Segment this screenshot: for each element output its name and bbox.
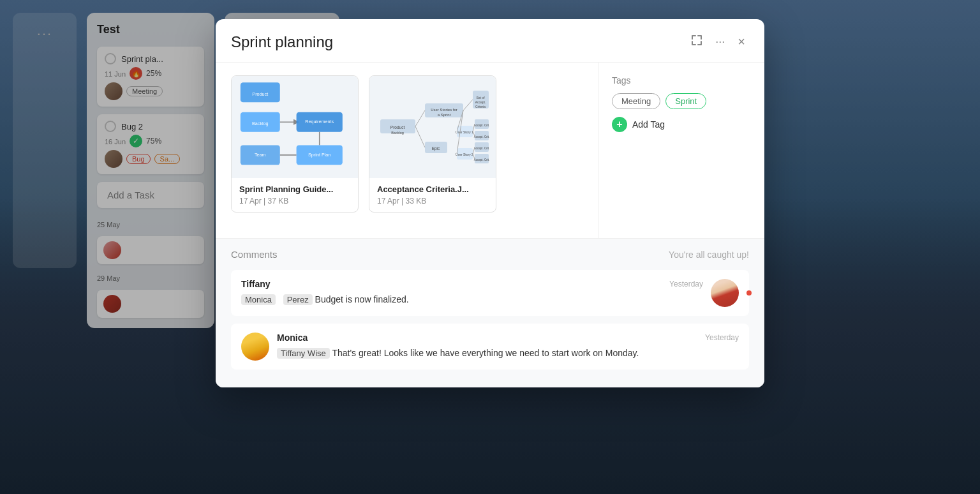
attachment-name-acceptance: Acceptance Criteria.J... [377,184,488,194]
svg-text:Epic: Epic [431,146,440,151]
comment-body-monica: That's great! Looks like we have everyth… [332,348,639,358]
svg-text:Requirements: Requirements [305,119,334,124]
tag-pill-meeting[interactable]: Meeting [612,93,660,109]
svg-text:Sprint Plan: Sprint Plan [308,152,330,158]
attachment-meta-acceptance: 17 Apr | 33 KB [377,197,488,206]
comment-content-tiffany: Tiffany Yesterday Monica Perez Budget is… [241,279,703,307]
mention-tiffany-wise: Tiffany Wise [277,348,330,359]
comment-header-monica: Monica Yesterday [277,333,739,343]
mention-perez: Perez [283,294,313,305]
attachment-preview-sprint: Product Backlog Requirements Spri [232,76,358,178]
comment-monica: Monica Yesterday Tiffany Wise That's gre… [231,324,749,370]
comment-content-monica: Monica Yesterday Tiffany Wise That's gre… [277,333,739,361]
comment-text-monica: Tiffany Wise That's great! Looks like we… [277,347,739,360]
svg-text:Product: Product [252,91,268,97]
svg-text:Accept. Crit.: Accept. Crit. [473,135,489,138]
attachment-acceptance[interactable]: Product Backlog User Stories for a Sprin… [369,75,496,213]
svg-line-39 [463,100,473,110]
close-icon: × [738,34,745,49]
close-button[interactable]: × [734,32,749,52]
task-detail-modal: ··· × [216,19,764,387]
caught-up-text: You're all caught up! [669,250,749,260]
comment-unread-dot [746,290,752,296]
comment-header-tiffany: Tiffany Yesterday [241,279,703,289]
commenter-name-tiffany: Tiffany [241,279,271,289]
attachment-sprint-guide[interactable]: Product Backlog Requirements Spri [231,75,359,213]
svg-text:Product: Product [390,125,405,130]
modal-main-content: Product Backlog Requirements Spri [216,63,598,238]
attachments-grid: Product Backlog Requirements Spri [231,75,583,213]
attachment-info-acceptance: Acceptance Criteria.J... 17 Apr | 33 KB [369,178,496,212]
ellipsis-icon: ··· [715,35,725,48]
svg-text:Criteria: Criteria [475,105,485,109]
add-tag-plus-icon: + [612,117,627,132]
modal-header: ··· × [216,19,764,63]
svg-text:Backlog: Backlog [252,121,269,126]
modal-body: Product Backlog Requirements Spri [216,63,764,238]
svg-text:Accept.: Accept. [475,100,486,104]
svg-text:Backlog: Backlog [391,131,404,135]
tag-pill-sprint[interactable]: Sprint [665,93,706,109]
svg-text:Accept. Crit.: Accept. Crit. [473,147,489,150]
comments-header: Comments You're all caught up! [231,249,749,260]
modal-overlay: ··· × [0,0,980,494]
modal-header-actions: ··· × [687,32,749,52]
add-tag-button[interactable]: + Add Tag [612,117,665,132]
more-options-button[interactable]: ··· [711,33,729,51]
attachment-meta-sprint: 17 Apr | 37 KB [239,197,350,206]
tags-row: Meeting Sprint [612,93,752,109]
svg-text:a Sprint: a Sprint [437,113,450,117]
comment-time-tiffany: Yesterday [669,280,703,288]
svg-text:User Stories for: User Stories for [431,108,457,112]
avatar-tiffany [711,279,739,307]
comment-text-tiffany: Monica Perez Budget is now finalized. [241,293,703,306]
svg-line-38 [415,126,425,147]
svg-text:Accept. Crit.: Accept. Crit. [473,158,489,161]
add-tag-label: Add Tag [632,119,665,130]
comments-section: Comments You're all caught up! Tiffany Y… [216,238,764,387]
attachment-info-sprint: Sprint Planning Guide... 17 Apr | 37 KB [232,178,358,212]
tags-section-label: Tags [612,75,752,86]
comments-title: Comments [231,249,278,260]
commenter-name-monica: Monica [277,333,308,343]
modal-sidebar: Tags Meeting Sprint + Add Tag [598,63,764,238]
svg-text:Accept. Crit.: Accept. Crit. [473,124,489,127]
mention-monica: Monica [241,294,276,305]
svg-line-37 [415,110,425,126]
expand-button[interactable] [687,32,706,52]
attachment-name-sprint: Sprint Planning Guide... [239,184,350,194]
comment-time-monica: Yesterday [705,333,739,342]
svg-text:Team: Team [255,152,266,158]
attachment-preview-acceptance: Product Backlog User Stories for a Sprin… [369,76,496,178]
comment-tiffany: Tiffany Yesterday Monica Perez Budget is… [231,270,749,316]
avatar-monica [241,333,269,361]
svg-text:User Story 1: User Story 1 [456,130,473,134]
modal-title-input[interactable] [231,33,679,51]
svg-text:Set of: Set of [476,96,485,100]
svg-text:User Story 2: User Story 2 [456,153,473,156]
comment-body-tiffany: Budget is now finalized. [315,294,409,304]
